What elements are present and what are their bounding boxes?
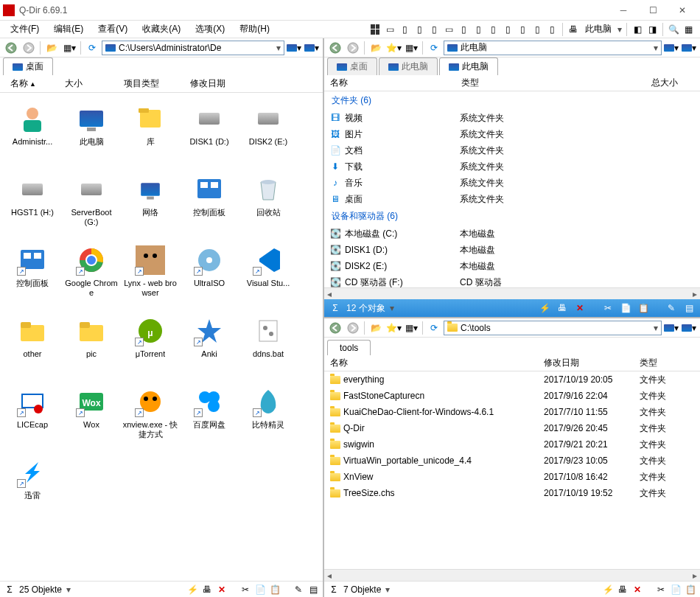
rt-address-input[interactable] xyxy=(461,43,654,53)
minimize-button[interactable]: ─ xyxy=(609,0,638,20)
rt-address-dropdown-icon[interactable]: ▾ xyxy=(654,43,658,53)
list-item[interactable]: 💽DISK1 (D:)本地磁盘 xyxy=(324,242,700,258)
hdr-size[interactable]: 大小 xyxy=(59,77,118,90)
list-item[interactable]: TreeSize.chs2017/10/19 19:52文件夹 xyxy=(324,485,700,501)
rb-monitor-1[interactable]: ▾ xyxy=(663,320,679,336)
rb-refresh-icon[interactable]: ⟳ xyxy=(426,320,442,336)
rt-hdr-type[interactable]: 类型 xyxy=(455,77,544,89)
monitor-icon-1[interactable]: ▾ xyxy=(286,40,302,56)
tool-a-icon[interactable]: ◧ xyxy=(631,24,643,35)
close-button[interactable]: ✕ xyxy=(668,0,697,20)
file-item[interactable]: ↗Google Chrome xyxy=(62,242,121,307)
list-item[interactable]: 💽CD 驱动器 (F:)CD 驱动器 xyxy=(324,274,700,287)
status-dropdown-icon[interactable]: ▾ xyxy=(66,584,71,595)
rb-cut-icon[interactable]: ✂ xyxy=(656,584,666,595)
file-item[interactable]: ↗控制面板 xyxy=(3,242,62,307)
file-item[interactable]: ↗UltraISO xyxy=(180,242,239,307)
mb-sigma-icon[interactable]: Σ xyxy=(329,301,342,315)
rb-status-dropdown-icon[interactable]: ▾ xyxy=(385,584,390,595)
menu-file[interactable]: 文件(F) xyxy=(3,21,46,37)
mb-delete-icon[interactable]: ✕ xyxy=(573,301,587,315)
maximize-button[interactable]: ☐ xyxy=(638,0,668,20)
edit-icon[interactable]: ✎ xyxy=(293,584,304,595)
list-item[interactable]: 🖥桌面系统文件夹 xyxy=(324,191,700,207)
left-address-bar[interactable]: ▾ xyxy=(102,41,284,55)
fav-icon[interactable]: 📂 xyxy=(43,40,60,56)
rb-hdr-date[interactable]: 修改日期 xyxy=(544,357,640,369)
rb-star-icon[interactable]: ⭐▾ xyxy=(385,320,402,336)
file-item[interactable]: ↗LICEcap xyxy=(3,383,62,448)
cut-icon[interactable]: ✂ xyxy=(240,584,251,595)
list-item[interactable]: everything2017/10/19 20:05文件夹 xyxy=(324,371,700,388)
layout-5-icon[interactable]: ▭ xyxy=(443,24,455,35)
left-icon-grid[interactable]: Administr...此电脑库DISK1 (D:)DISK2 (E:)HGST… xyxy=(0,93,323,581)
rb-address-input[interactable] xyxy=(461,323,654,333)
hdr-type[interactable]: 项目类型 xyxy=(118,77,184,90)
top-right-label[interactable]: 此电脑 xyxy=(582,23,615,35)
file-item[interactable]: ↗百度网盘 xyxy=(180,383,239,448)
file-item[interactable]: 控制面板 xyxy=(180,171,239,236)
rt-file-list[interactable]: 文件夹 (6) 🎞视频系统文件夹🖼图片系统文件夹📄文档系统文件夹⬇下载系统文件夹… xyxy=(324,91,700,287)
list-item[interactable]: FastStoneCapturecn2017/9/16 22:04文件夹 xyxy=(324,388,700,404)
file-item[interactable]: ServerBoot (G:) xyxy=(62,171,121,236)
rt-fav-icon[interactable]: 📂 xyxy=(368,40,384,56)
file-item[interactable]: ↗xnview.exe - 快捷方式 xyxy=(121,383,180,448)
menu-help[interactable]: 帮助(H) xyxy=(232,21,277,37)
file-item[interactable]: μ↗μTorrent xyxy=(121,313,180,377)
file-item[interactable]: ↗比特精灵 xyxy=(239,383,298,448)
delete-red-icon[interactable]: ✕ xyxy=(217,584,227,595)
rt-address-bar[interactable]: ▾ xyxy=(444,41,662,55)
print-icon[interactable]: 🖶 xyxy=(202,584,212,595)
mb-paste-icon[interactable]: 📋 xyxy=(637,301,650,315)
layout-7-icon[interactable]: ▯ xyxy=(472,24,484,35)
left-tab-desktop[interactable]: 桌面 xyxy=(3,57,53,75)
rt-tab-3[interactable]: 此电脑 xyxy=(439,57,498,75)
layout-8-icon[interactable]: ▯ xyxy=(487,24,499,35)
list-item[interactable]: 🎞视频系统文件夹 xyxy=(324,110,700,126)
back-button[interactable] xyxy=(3,40,19,56)
file-item[interactable]: 此电脑 xyxy=(62,100,121,165)
rt-tab-1[interactable]: 桌面 xyxy=(327,57,377,75)
file-item[interactable]: Wox↗Wox xyxy=(62,383,121,448)
rt-hscrollbar[interactable]: ◂▸ xyxy=(324,287,700,299)
rb-forward-button[interactable] xyxy=(345,320,361,336)
list-item[interactable]: 💽本地磁盘 (C:)本地磁盘 xyxy=(324,226,700,242)
hdr-name[interactable]: 名称 ▲ xyxy=(4,77,59,90)
view-mode-icon[interactable]: ▦▾ xyxy=(61,40,77,56)
rb-copy-icon[interactable]: 📄 xyxy=(671,584,681,595)
file-item[interactable]: HGST1 (H:) xyxy=(3,171,62,236)
layout-9-icon[interactable]: ▯ xyxy=(502,24,514,35)
rb-paste-icon[interactable]: 📋 xyxy=(685,584,696,595)
file-item[interactable]: ↗Anki xyxy=(180,313,239,377)
file-item[interactable]: DISK1 (D:) xyxy=(180,100,239,165)
layout-12-icon[interactable]: ▯ xyxy=(546,24,558,35)
extra-icon[interactable]: ▦ xyxy=(682,24,694,35)
file-item[interactable]: ↗迅雷 xyxy=(3,454,62,519)
bolt-icon[interactable]: ⚡ xyxy=(187,584,197,595)
layout-grid-icon[interactable] xyxy=(369,24,381,35)
rt-star-icon[interactable]: ⭐▾ xyxy=(385,40,402,56)
layout-11-icon[interactable]: ▯ xyxy=(531,24,543,35)
rb-tab-tools[interactable]: tools xyxy=(327,340,371,355)
dropdown-arrow-icon[interactable]: ▾ xyxy=(617,24,622,35)
rb-file-list[interactable]: everything2017/10/19 20:05文件夹FastStoneCa… xyxy=(324,371,700,569)
monitor-icon-2[interactable]: ▾ xyxy=(304,40,320,56)
mb-view-icon[interactable]: ▤ xyxy=(682,301,696,315)
mb-bolt-icon[interactable]: ⚡ xyxy=(538,301,551,315)
list-item[interactable]: XnView2017/10/8 16:42文件夹 xyxy=(324,469,700,485)
rb-delete-icon[interactable]: ✕ xyxy=(632,584,643,595)
rb-address-dropdown-icon[interactable]: ▾ xyxy=(654,323,658,333)
rt-tab-2[interactable]: 此电脑 xyxy=(379,57,438,75)
rb-hdr-type[interactable]: 类型 xyxy=(640,357,694,369)
menu-favorites[interactable]: 收藏夹(A) xyxy=(135,21,188,37)
forward-button[interactable] xyxy=(21,40,37,56)
hdr-date[interactable]: 修改日期 xyxy=(184,77,318,90)
list-item[interactable]: Q-Dir2017/9/26 20:45文件夹 xyxy=(324,420,700,436)
file-item[interactable]: other xyxy=(3,313,62,377)
file-item[interactable]: 库 xyxy=(121,100,180,165)
rb-fav-icon[interactable]: 📂 xyxy=(368,320,384,336)
menu-options[interactable]: 选项(X) xyxy=(188,21,232,37)
file-item[interactable]: ↗Lynx - web browser xyxy=(121,242,180,307)
rb-view-icon[interactable]: ▦▾ xyxy=(403,320,419,336)
mb-edit-icon[interactable]: ✎ xyxy=(665,301,678,315)
